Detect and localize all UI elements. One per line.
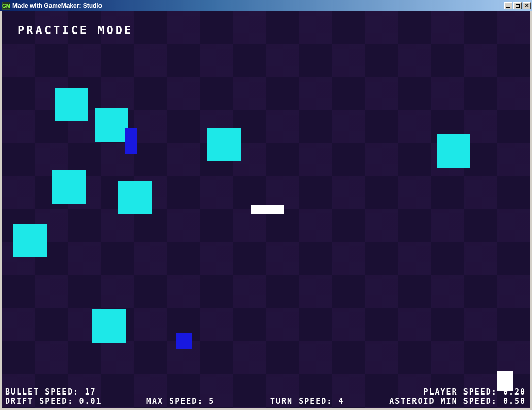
stat-bullet-speed: BULLET SPEED: 17 — [5, 387, 96, 397]
enemy-block — [125, 128, 137, 154]
minimize-button[interactable] — [504, 2, 512, 9]
close-icon: ✕ — [525, 3, 529, 8]
label: ASTEROID MIN SPEED: — [389, 397, 497, 406]
asteroid-block — [92, 309, 126, 343]
value: 0.50 — [503, 397, 526, 406]
window-controls: ✕ — [504, 2, 531, 9]
value: 5 — [209, 397, 214, 406]
label: TURN SPEED: — [270, 397, 332, 406]
stat-turn-speed: TURN SPEED: 4 — [270, 397, 344, 406]
stat-player-speed: PLAYER SPEED: 0.20 — [423, 387, 526, 397]
value: 0.20 — [503, 387, 526, 397]
app-icon: GM — [2, 2, 10, 10]
value: 0.01 — [79, 397, 102, 406]
value: 4 — [338, 397, 344, 406]
app-window: GM Made with GameMaker: Studio ✕ PRACTIC… — [0, 0, 532, 410]
window-title: Made with GameMaker: Studio — [12, 2, 504, 9]
maximize-icon — [516, 4, 520, 8]
asteroid-block — [95, 108, 128, 142]
stat-asteroid-min-speed: ASTEROID MIN SPEED: 0.50 — [389, 397, 526, 406]
mode-title: PRACTICE MODE — [18, 24, 133, 37]
label: DRIFT SPEED: — [5, 397, 73, 406]
label: MAX SPEED: — [146, 397, 203, 406]
value: 17 — [85, 387, 96, 397]
asteroid-block — [207, 128, 241, 161]
asteroid-block — [55, 88, 88, 121]
titlebar: GM Made with GameMaker: Studio ✕ — [0, 0, 532, 11]
stat-max-speed: MAX SPEED: 5 — [146, 397, 214, 406]
label: BULLET SPEED: — [5, 387, 79, 397]
asteroid-block — [437, 134, 470, 168]
label: PLAYER SPEED: — [423, 387, 497, 397]
close-button[interactable]: ✕ — [523, 2, 531, 9]
enemy-block — [176, 333, 192, 349]
stat-drift-speed: DRIFT SPEED: 0.01 — [5, 397, 102, 406]
asteroid-block — [52, 170, 86, 204]
player-ship — [251, 205, 284, 214]
asteroid-block — [13, 224, 47, 257]
minimize-icon — [506, 7, 510, 8]
asteroid-block — [118, 181, 152, 214]
game-viewport[interactable]: PRACTICE MODE BULLET SPEED: 17 PLAYER SP… — [2, 11, 530, 408]
maximize-button[interactable] — [513, 2, 522, 9]
